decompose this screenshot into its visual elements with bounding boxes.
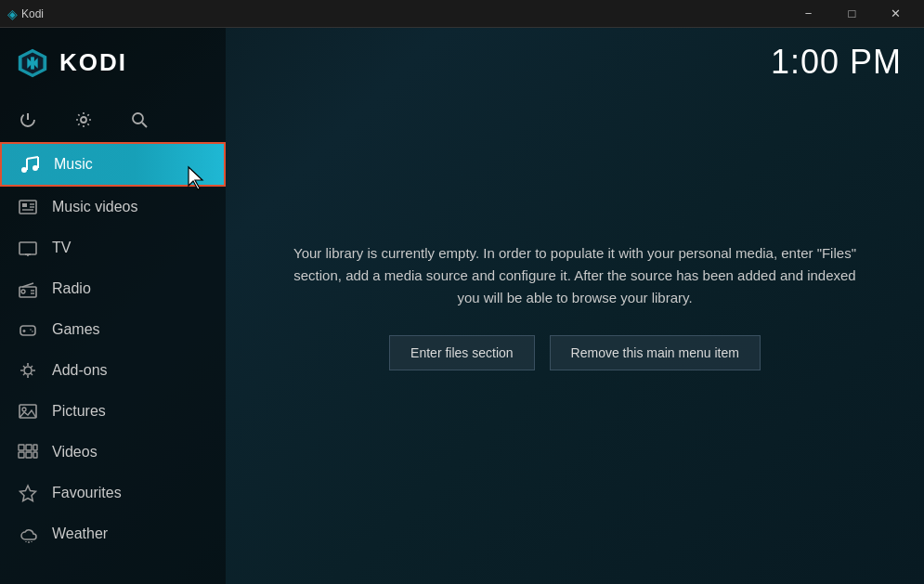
svg-marker-42 [20,486,36,501]
minimize-button[interactable]: − [787,0,829,28]
svg-rect-28 [20,326,35,335]
sidebar-actions [0,97,226,142]
sidebar-item-tv-label: TV [52,240,71,256]
svg-point-32 [32,331,33,332]
sidebar-item-games[interactable]: Games [0,309,226,350]
add-ons-icon [17,359,39,382]
sidebar-header: KODI [0,28,226,97]
svg-line-9 [142,123,147,127]
sidebar-item-videos[interactable]: Videos [0,432,226,473]
sidebar: KODI [0,28,226,584]
svg-point-8 [133,113,143,123]
svg-rect-34 [20,405,36,418]
sidebar-item-favourites-label: Favourites [52,485,122,501]
sidebar-item-radio[interactable]: Radio [0,268,226,309]
weather-icon [17,523,39,545]
titlebar-app-icon: ◈ [7,6,18,21]
nav-list: Music Music videos [0,142,226,584]
maximize-button[interactable]: □ [831,0,873,28]
svg-rect-37 [26,445,32,450]
sidebar-item-radio-label: Radio [52,280,91,297]
svg-point-33 [24,367,32,374]
sidebar-item-music-label: Music [54,156,93,173]
search-icon[interactable] [130,110,149,129]
sidebar-item-favourites[interactable]: Favourites [0,473,226,513]
sidebar-item-games-label: Games [52,321,100,338]
sidebar-item-videos-label: Videos [52,444,98,461]
svg-rect-16 [22,203,27,207]
sidebar-item-weather[interactable]: Weather [0,513,226,554]
sidebar-item-music-videos-label: Music videos [52,199,137,215]
sidebar-item-add-ons-label: Add-ons [52,362,108,379]
titlebar: ◈ Kodi − □ ✕ [0,0,924,28]
sidebar-item-weather-label: Weather [52,526,108,542]
favourites-icon [17,482,39,504]
sidebar-item-pictures[interactable]: Pictures [0,391,226,432]
svg-rect-36 [19,445,24,450]
svg-rect-4 [31,57,34,69]
sidebar-item-add-ons[interactable]: Add-ons [0,350,226,391]
tv-icon [17,237,39,259]
games-icon [17,318,39,341]
sidebar-item-tv[interactable]: TV [0,227,226,268]
kodi-wordmark: KODI [59,48,127,77]
svg-point-25 [21,290,25,293]
close-button[interactable]: ✕ [875,0,917,28]
svg-point-31 [30,329,32,331]
titlebar-controls: − □ ✕ [787,0,917,28]
remove-menu-item-button[interactable]: Remove this main menu item [550,335,761,370]
main-content: 1:00 PM Your library is currently empty.… [226,28,924,584]
app-container: KODI [0,28,924,584]
enter-files-button[interactable]: Enter files section [389,335,535,370]
svg-point-35 [22,408,26,411]
library-action-buttons: Enter files section Remove this main men… [389,335,761,370]
svg-point-7 [81,117,86,123]
sidebar-item-music-videos[interactable]: Music videos [0,187,226,227]
music-icon [19,153,41,175]
sidebar-item-music[interactable]: Music [0,142,226,187]
library-empty-state: Your library is currently empty. In orde… [226,28,924,584]
clock: 1:00 PM [771,43,902,82]
videos-icon [17,441,39,463]
library-empty-message: Your library is currently empty. In orde… [281,242,868,309]
pictures-icon [17,400,39,422]
titlebar-title: Kodi [21,7,787,20]
svg-line-14 [27,157,38,159]
settings-icon[interactable] [74,110,93,129]
kodi-logo-icon [15,45,50,81]
power-icon[interactable] [19,110,37,129]
svg-rect-39 [19,452,24,458]
svg-rect-40 [26,452,32,458]
sidebar-item-pictures-label: Pictures [52,403,106,420]
svg-rect-41 [33,452,37,458]
radio-icon [17,278,39,300]
svg-rect-38 [33,445,37,450]
svg-rect-20 [20,242,36,254]
music-videos-icon [17,196,39,218]
